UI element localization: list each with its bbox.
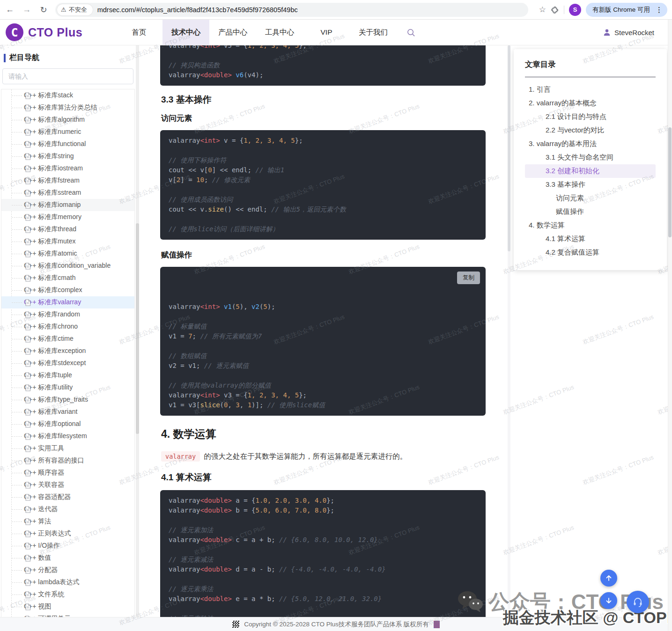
nav-item-关于我们[interactable]: 关于我们: [350, 20, 397, 45]
section-4-heading: 4. 数学运算: [161, 427, 486, 441]
inline-code-valarray: valarray: [161, 451, 200, 462]
sidebar-item-label: C++ 标准库stack: [24, 91, 73, 100]
sidebar-item[interactable]: C++ 标准库numeric: [1, 126, 134, 138]
sidebar-item[interactable]: C++ 分配器: [1, 564, 134, 576]
sidebar-item[interactable]: C++ 标准库cmath: [1, 272, 134, 284]
toc-item[interactable]: 3.2 创建和初始化: [525, 164, 656, 178]
toc-item[interactable]: 3.3 基本操作: [525, 178, 656, 191]
scroll-to-bottom-button[interactable]: [600, 592, 617, 609]
article-scrollbar-thumb[interactable]: [508, 45, 510, 251]
site-logo[interactable]: C CTO Plus: [6, 23, 104, 41]
sidebar-item[interactable]: C++ 标准库filesystem: [1, 430, 134, 442]
sidebar-item[interactable]: C++ 可调用单元: [1, 613, 134, 617]
toc-item[interactable]: 3.1 头文件与命名空间: [525, 151, 656, 164]
sidebar-item[interactable]: C++ 标准库type_traits: [1, 394, 134, 406]
nav-item-首页[interactable]: 首页: [116, 20, 162, 45]
user-account[interactable]: SteveRocket: [603, 28, 654, 37]
sidebar-item[interactable]: C++ 标准库atomic: [1, 248, 134, 260]
sidebar-item[interactable]: C++ 容器适配器: [1, 491, 134, 503]
sidebar-item[interactable]: C++ 所有容器的接口: [1, 455, 134, 467]
scroll-to-top-button[interactable]: [600, 570, 617, 587]
arrow-down-icon: [605, 597, 613, 604]
nav-item-工具中心[interactable]: 工具中心: [256, 20, 303, 45]
sidebar-item[interactable]: C++ 标准库stdexcept: [1, 357, 134, 369]
toc-item[interactable]: 2.1 设计目的与特点: [525, 110, 656, 124]
sidebar-item[interactable]: C++ 标准库iomanip: [1, 199, 134, 211]
security-chip[interactable]: ⚠ 不安全: [57, 4, 93, 15]
page-scrollbar[interactable]: [668, 20, 672, 631]
sidebar-search-input[interactable]: [2, 68, 133, 84]
sidebar-item[interactable]: C++ 标准库sstream: [1, 187, 134, 199]
sidebar-scrollbar[interactable]: [136, 45, 139, 617]
sidebar-item[interactable]: C++ lambda表达式: [1, 576, 134, 588]
sidebar-item[interactable]: C++ 实用工具: [1, 442, 134, 455]
sidebar-item[interactable]: C++ 标准库exception: [1, 345, 134, 357]
sidebar-item[interactable]: C++ 标准库fstream: [1, 175, 134, 187]
sidebar-item[interactable]: C++ 标准库stack: [1, 89, 134, 102]
customer-service-button[interactable]: [627, 591, 649, 613]
toc-item[interactable]: 2.2 与vector的对比: [525, 124, 656, 137]
toc-item[interactable]: 1. 引言: [525, 83, 656, 96]
sidebar-item[interactable]: C++ 标准库complex: [1, 284, 134, 296]
sidebar-item[interactable]: C++ 标准库optional: [1, 418, 134, 430]
page-scrollbar-thumb[interactable]: [668, 127, 672, 237]
sidebar-item[interactable]: C++ 关联容器: [1, 479, 134, 491]
toc-item[interactable]: 2. valarray的基本概念: [525, 96, 656, 110]
sidebar-item-label: C++ 标准库random: [24, 310, 80, 319]
section-41-heading: 4.1 算术运算: [161, 471, 486, 484]
sidebar-item[interactable]: C++ I/O操作: [1, 540, 134, 552]
sidebar-item[interactable]: C++ 数值: [1, 552, 134, 564]
forward-icon[interactable]: →: [20, 3, 34, 17]
sidebar-item[interactable]: C++ 标准库algorithm: [1, 114, 134, 126]
sidebar-item[interactable]: C++ 标准库chrono: [1, 321, 134, 333]
sidebar-item[interactable]: C++ 标准库string: [1, 150, 134, 162]
code-block-init-tail: valarray<int> v5 = {1, 2, 3, 4, 5}; // 拷…: [160, 45, 486, 86]
header-search-button[interactable]: [397, 28, 425, 37]
menu-kebab-icon[interactable]: ⋮: [654, 6, 665, 14]
sidebar-item[interactable]: C++ 标准库thread: [1, 223, 134, 235]
sidebar-item[interactable]: C++ 标准库valarray: [1, 296, 134, 308]
sidebar-item[interactable]: C++ 标准库ctime: [1, 333, 134, 345]
sidebar-item[interactable]: C++ 标准库random: [1, 308, 134, 321]
toc-item[interactable]: 3. valarray的基本用法: [525, 137, 656, 151]
sidebar-item[interactable]: C++ 顺序容器: [1, 467, 134, 479]
browser-toolbar: ← → ↻ ⚠ 不安全 mdrsec.com/#/ctoplus_article…: [0, 0, 672, 20]
sidebar-item[interactable]: C++ 标准库memory: [1, 211, 134, 223]
sidebar-item[interactable]: C++ 标准库variant: [1, 406, 134, 418]
sidebar-item[interactable]: C++ 标准库functional: [1, 138, 134, 150]
profile-avatar[interactable]: S: [569, 4, 581, 16]
code-line: // 逐元素乘法: [169, 584, 477, 594]
sidebar-item-label: C++ 标准库algorithm: [24, 116, 85, 124]
document-icon: [25, 153, 31, 161]
bookmark-star-icon[interactable]: ☆: [539, 5, 546, 15]
sidebar-item[interactable]: C++ 视图: [1, 601, 134, 613]
sidebar-item[interactable]: C++ 标准库mutex: [1, 235, 134, 248]
refresh-icon[interactable]: ↻: [37, 3, 51, 17]
copy-code-button[interactable]: 复制: [457, 271, 480, 284]
sidebar-scrollbar-thumb[interactable]: [136, 223, 139, 434]
back-icon[interactable]: ←: [3, 3, 17, 17]
sidebar-item[interactable]: C++ 标准库iostream: [1, 162, 134, 175]
sidebar-item[interactable]: C++ 文件系统: [1, 588, 134, 601]
url-text[interactable]: mdrsec.com/#/ctoplus_article/f8adf2f413c…: [97, 6, 298, 14]
sidebar-item[interactable]: C++ 标准库算法分类总结: [1, 102, 134, 114]
toc-item[interactable]: 4. 数学运算: [525, 219, 656, 232]
toc-item[interactable]: 赋值操作: [525, 205, 656, 219]
sidebar-item[interactable]: C++ 算法: [1, 515, 134, 528]
article-scrollbar[interactable]: [508, 45, 510, 617]
toc-item[interactable]: 访问元素: [525, 191, 656, 205]
chrome-update-chip[interactable]: 有新版 Chrome 可用 ⋮: [586, 3, 667, 17]
sidebar-item[interactable]: C++ 正则表达式: [1, 528, 134, 540]
toc-item[interactable]: 4.1 算术运算: [525, 232, 656, 246]
address-bar[interactable]: ⚠ 不安全 mdrsec.com/#/ctoplus_article/f8adf…: [55, 3, 528, 17]
nav-item-技术中心[interactable]: 技术中心: [162, 20, 209, 45]
sidebar-item[interactable]: C++ 标准库utility: [1, 382, 134, 394]
extensions-icon[interactable]: [551, 6, 559, 14]
sidebar-item[interactable]: C++ 迭代器: [1, 503, 134, 515]
toc-item[interactable]: 4.2 复合赋值运算: [525, 246, 656, 259]
document-icon: [25, 311, 31, 320]
sidebar-item[interactable]: C++ 标准库tuple: [1, 369, 134, 382]
nav-item-产品中心[interactable]: 产品中心: [209, 20, 256, 45]
nav-item-VIP[interactable]: VIP: [303, 20, 350, 45]
sidebar-item[interactable]: C++ 标准库condition_variable: [1, 260, 134, 272]
